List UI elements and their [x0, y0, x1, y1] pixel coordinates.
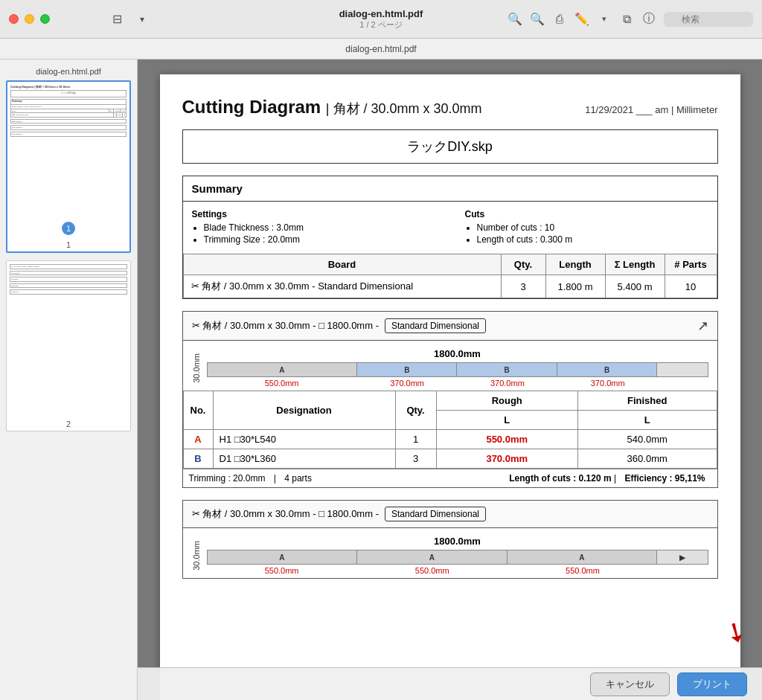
cuts-info: Length of cuts : 0.120 m | Efficiency : …	[509, 473, 705, 484]
sidebar-filename: dialog-en.html.pdf	[6, 67, 131, 76]
settings-item-1: Blade Thickness : 3.0mm	[204, 222, 435, 233]
bottom-bar: キャンセル プリント	[138, 667, 762, 700]
part-designation-b: D1 □30*L360	[213, 449, 395, 469]
trimming-info: Trimming : 20.0mm | 4 parts	[189, 473, 318, 484]
bar-seg-b1: B	[357, 363, 457, 376]
col-parts: # Parts	[665, 254, 717, 275]
window-icon[interactable]: ⧉	[619, 12, 634, 27]
col-rough-l: L	[436, 411, 577, 430]
settings-item-2: Trimming Size : 20.0mm	[204, 234, 435, 245]
col-board: Board	[183, 254, 501, 275]
board-1-section: ✂ 角材 / 30.0mm x 30.0mm - □ 1800.0mm - St…	[182, 311, 718, 488]
sidebar-toggle-icon[interactable]: ⊟	[109, 12, 124, 27]
settings-label: Settings	[192, 209, 435, 219]
page-2-number: 2	[7, 417, 130, 431]
part-finished-a: 540.0mm	[577, 430, 717, 449]
cuts-item-1: Number of cuts : 10	[477, 222, 708, 233]
share-icon[interactable]: ⎙	[552, 12, 567, 27]
sidebar-page-2-thumb[interactable]: Lot A/1: Millim x Millim – 100mm x 100mm…	[6, 260, 131, 431]
search-wrapper: 🔍	[664, 12, 753, 27]
zoom-out-icon[interactable]: 🔍	[508, 12, 522, 27]
sidebar-page-1-thumb[interactable]: Cutting Diagram | 角材 / 30.0mm x 30.0mm ラ…	[6, 80, 131, 253]
window-title-bar: dialog-en.html.pdf	[0, 39, 762, 60]
doc-meta: 11/29/2021 ___ am | Millimeter	[585, 104, 717, 115]
board-parts: 10	[665, 275, 717, 298]
col-qty: Qty.	[501, 254, 545, 275]
board-length: 1.800 m	[545, 275, 605, 298]
col-designation: Designation	[213, 391, 395, 430]
board-1-rotated-label: 30.0mm	[192, 353, 201, 383]
print-button[interactable]: プリント	[677, 672, 747, 696]
close-button[interactable]	[9, 14, 19, 24]
board-2-track: A A A ▶	[207, 550, 708, 565]
info-icon[interactable]: ⓘ	[641, 12, 656, 27]
part-letter-a: A	[183, 430, 213, 449]
window-filename: dialog-en.html.pdf	[345, 44, 416, 54]
bar-2-label-a1: 550.0mm	[207, 566, 357, 575]
pdf-page-1: Cutting Diagram | 角材 / 30.0mm x 30.0mm 1…	[160, 74, 740, 700]
document-title: dialog-en.html.pdf	[339, 8, 423, 19]
bar-2-label-a3: 550.0mm	[508, 566, 658, 575]
settings-list: Blade Thickness : 3.0mm Trimming Size : …	[192, 222, 435, 245]
cuts-list: Number of cuts : 10 Length of cuts : 0.3…	[465, 222, 708, 245]
bar-2-seg-a3: A	[508, 550, 658, 564]
pdf-viewer[interactable]: Cutting Diagram | 角材 / 30.0mm x 30.0mm 1…	[138, 60, 762, 700]
cancel-button[interactable]: キャンセル	[590, 672, 670, 696]
part-qty-a: 1	[395, 430, 436, 449]
board-qty: 3	[501, 275, 545, 298]
titlebar-center: dialog-en.html.pdf 1 / 2 ページ	[339, 8, 423, 30]
summary-body: Settings Blade Thickness : 3.0mm Trimmin…	[183, 202, 717, 254]
col-qty2: Qty.	[395, 391, 436, 430]
board-2-label: Standard Dimensional	[385, 507, 486, 521]
part-row-a: A H1 □30*L540 1 550.0mm 540.0mm	[183, 430, 717, 449]
board-name: ✂ 角材 / 30.0mm x 30.0mm - Standard Dimens…	[183, 275, 501, 298]
bar-2-labels: 550.0mm 550.0mm 550.0mm	[207, 566, 708, 575]
col-length: Length	[545, 254, 605, 275]
pen-icon[interactable]: ✏️	[574, 12, 589, 27]
page-1-badge: 1	[62, 222, 75, 235]
chevron-down-icon[interactable]: ▾	[135, 12, 150, 27]
board-1-label: Standard Dimensional	[385, 318, 486, 333]
board-1-parts-table: No. Designation Qty. Rough Finished L L	[183, 391, 717, 469]
settings-col: Settings Blade Thickness : 3.0mm Trimmin…	[192, 209, 435, 246]
part-row-b: B D1 □30*L360 3 370.0mm 360.0mm	[183, 449, 717, 469]
search-input[interactable]	[664, 12, 753, 27]
bar-seg-b3: B	[557, 363, 657, 376]
page-1-number: 1	[7, 238, 129, 251]
bar-1-labels: 550.0mm 370.0mm 370.0mm 370.0mm	[207, 379, 708, 388]
zoom-in-icon[interactable]: 🔍	[530, 12, 545, 27]
page-indicator: 1 / 2 ページ	[359, 19, 402, 30]
bar-2-seg-a2: A	[357, 550, 508, 564]
part-rough-b: 370.0mm	[436, 449, 577, 469]
bar-label-a: 550.0mm	[207, 379, 357, 388]
col-no: No.	[183, 391, 213, 430]
titlebar-right: 🔍 🔍 ⎙ ✏️ ▾ ⧉ ⓘ 🔍	[508, 12, 753, 27]
bar-seg-b2: B	[457, 363, 557, 376]
minimize-button[interactable]	[25, 14, 34, 24]
part-qty-b: 3	[395, 449, 436, 469]
filename-box: ラックDIY.skp	[182, 129, 718, 164]
part-designation-a: H1 □30*L540	[213, 430, 395, 449]
board-2-diagram: 30.0mm 1800.0mm A A A ▶ 550.0mm 550.0mm	[183, 528, 717, 578]
col-finished-l: L	[577, 411, 717, 430]
board-2-section: ✂ 角材 / 30.0mm x 30.0mm - □ 1800.0mm - St…	[182, 500, 718, 579]
settings-row: Settings Blade Thickness : 3.0mm Trimmin…	[192, 209, 708, 246]
summary-table: Board Qty. Length Σ Length # Parts ✂ 角材 …	[183, 254, 717, 298]
bar-seg-a1: A	[208, 363, 358, 376]
board-1-bar-content: 1800.0mm A B B B 550.0mm 370.0mm 370.0mm	[207, 348, 708, 388]
traffic-lights	[9, 14, 50, 24]
bar-seg-end1	[657, 363, 707, 376]
col-finished: Finished	[577, 391, 717, 411]
part-rough-a: 550.0mm	[436, 430, 577, 449]
part-letter-b: B	[183, 449, 213, 469]
maximize-button[interactable]	[40, 14, 50, 24]
titlebar-controls: ⊟ ▾	[109, 12, 150, 27]
summary-header: Summary	[183, 176, 717, 202]
titlebar: ⊟ ▾ dialog-en.html.pdf 1 / 2 ページ 🔍 🔍 ⎙ ✏…	[0, 0, 762, 39]
board-2-bar-content: 1800.0mm A A A ▶ 550.0mm 550.0mm 550.0mm	[207, 536, 708, 575]
chevron-down-2-icon[interactable]: ▾	[597, 12, 612, 27]
doc-title: Cutting Diagram | 角材 / 30.0mm x 30.0mm	[182, 97, 482, 117]
cursor-pointer: ↗	[697, 318, 708, 334]
thumb-content-1: Cutting Diagram | 角材 / 30.0mm x 30.0mm ラ…	[7, 82, 129, 238]
col-sigma: Σ Length	[605, 254, 665, 275]
